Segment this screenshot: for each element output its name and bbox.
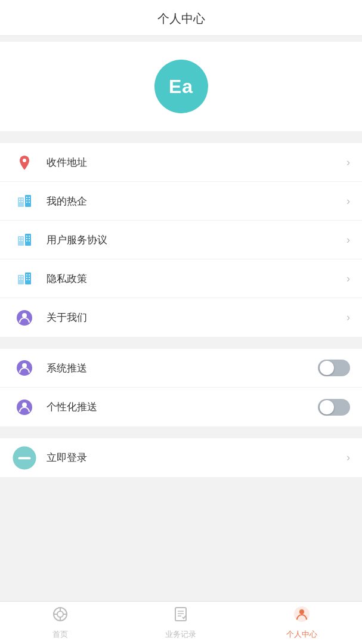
section-gap-3 xyxy=(0,426,362,432)
svg-rect-8 xyxy=(26,197,27,198)
svg-rect-6 xyxy=(19,201,20,202)
menu-item-login[interactable]: 立即登录 › xyxy=(0,438,362,477)
svg-rect-35 xyxy=(29,277,30,278)
svg-rect-29 xyxy=(21,276,23,277)
svg-rect-19 xyxy=(21,240,23,241)
svg-rect-10 xyxy=(26,199,27,200)
svg-point-41 xyxy=(22,363,27,368)
svg-rect-27 xyxy=(25,273,31,284)
nav-label-profile: 个人中心 xyxy=(286,629,317,640)
chevron-icon-agreement: › xyxy=(346,234,350,246)
svg-point-43 xyxy=(22,402,27,407)
svg-point-47 xyxy=(57,611,63,617)
svg-rect-3 xyxy=(25,195,31,207)
svg-rect-34 xyxy=(26,277,27,278)
svg-rect-33 xyxy=(29,274,30,275)
svg-rect-13 xyxy=(29,202,30,203)
svg-rect-4 xyxy=(19,199,20,200)
menu-label-personal-push: 个性化推送 xyxy=(47,400,318,414)
svg-point-39 xyxy=(22,313,27,318)
records-icon xyxy=(172,606,189,627)
svg-rect-9 xyxy=(29,197,30,198)
menu-label-address: 收件地址 xyxy=(47,156,346,169)
avatar: Ea xyxy=(154,60,208,113)
menu-label-hot-enterprise: 我的热企 xyxy=(47,194,346,208)
page-header: 个人中心 xyxy=(0,0,362,36)
svg-point-1 xyxy=(23,159,26,162)
svg-rect-23 xyxy=(29,238,30,239)
system-push-toggle[interactable] xyxy=(318,360,350,376)
svg-rect-52 xyxy=(175,608,186,621)
toggle-knob-system xyxy=(320,361,334,375)
svg-rect-45 xyxy=(18,457,31,459)
svg-rect-7 xyxy=(21,201,23,202)
nav-item-records[interactable]: 业务记录 xyxy=(120,606,241,640)
menu-item-address[interactable]: 收件地址 › xyxy=(0,143,362,182)
menu-label-login: 立即登录 xyxy=(47,451,346,465)
chevron-icon-privacy: › xyxy=(346,273,350,285)
person-icon-personal-push xyxy=(12,395,37,420)
svg-rect-21 xyxy=(29,236,30,237)
menu-item-privacy-policy[interactable]: 隐私政策 › xyxy=(0,259,362,298)
svg-rect-26 xyxy=(18,275,24,284)
menu-group-1: 收件地址 › 我 xyxy=(0,143,362,337)
svg-rect-32 xyxy=(26,274,27,275)
svg-rect-24 xyxy=(26,240,27,242)
svg-rect-11 xyxy=(29,199,30,200)
svg-rect-14 xyxy=(18,236,24,246)
person-icon-system-push xyxy=(12,355,37,380)
menu-label-about-us: 关于我们 xyxy=(47,311,346,324)
minus-circle-icon xyxy=(12,445,37,470)
svg-rect-17 xyxy=(21,237,23,239)
building-icon-agreement xyxy=(12,227,37,252)
menu-item-user-agreement[interactable]: 用户服务协议 › xyxy=(0,221,362,259)
svg-rect-20 xyxy=(26,236,27,237)
bottom-nav: 首页 业务记录 个人中心 xyxy=(0,601,362,644)
home-icon xyxy=(52,606,69,627)
svg-rect-16 xyxy=(19,237,20,239)
page-title: 个人中心 xyxy=(157,12,205,25)
menu-item-personal-push[interactable]: 个性化推送 xyxy=(0,388,362,426)
svg-rect-15 xyxy=(25,234,31,246)
profile-icon xyxy=(293,606,310,627)
menu-item-about-us[interactable]: 关于我们 › xyxy=(0,298,362,337)
svg-rect-31 xyxy=(21,278,23,280)
svg-rect-5 xyxy=(21,199,23,200)
svg-rect-2 xyxy=(18,197,24,207)
building-icon-privacy xyxy=(12,266,37,291)
chevron-icon-about: › xyxy=(346,311,350,324)
nav-label-records: 业务记录 xyxy=(165,629,196,640)
login-section: 立即登录 › xyxy=(0,438,362,477)
menu-label-system-push: 系统推送 xyxy=(47,361,318,375)
avatar-section: Ea xyxy=(0,42,362,131)
section-gap-1 xyxy=(0,131,362,137)
person-icon-about xyxy=(12,305,37,330)
chevron-icon-address: › xyxy=(346,156,350,169)
menu-group-2: 系统推送 个性化推送 xyxy=(0,349,362,426)
nav-item-home[interactable]: 首页 xyxy=(0,606,120,640)
menu-label-privacy-policy: 隐私政策 xyxy=(47,272,346,286)
pin-icon xyxy=(12,150,37,175)
nav-item-profile[interactable]: 个人中心 xyxy=(242,606,362,640)
svg-rect-30 xyxy=(19,278,20,280)
svg-rect-18 xyxy=(19,240,20,241)
building-icon-hot xyxy=(12,188,37,213)
svg-rect-37 xyxy=(29,279,30,280)
toggle-knob-personal xyxy=(320,400,334,414)
section-gap-2 xyxy=(0,337,362,343)
chevron-icon-hot: › xyxy=(346,195,350,208)
menu-item-hot-enterprise[interactable]: 我的热企 › xyxy=(0,182,362,221)
svg-rect-36 xyxy=(26,279,27,280)
content-area: Ea 收件地址 › xyxy=(0,42,362,525)
svg-rect-12 xyxy=(26,202,27,203)
svg-rect-25 xyxy=(29,240,30,242)
svg-point-57 xyxy=(299,609,304,614)
menu-label-user-agreement: 用户服务协议 xyxy=(47,233,346,247)
chevron-icon-login: › xyxy=(346,451,350,464)
personal-push-toggle[interactable] xyxy=(318,399,350,416)
svg-rect-22 xyxy=(26,238,27,239)
menu-item-system-push[interactable]: 系统推送 xyxy=(0,349,362,388)
svg-rect-28 xyxy=(19,276,20,277)
nav-label-home: 首页 xyxy=(52,629,68,640)
